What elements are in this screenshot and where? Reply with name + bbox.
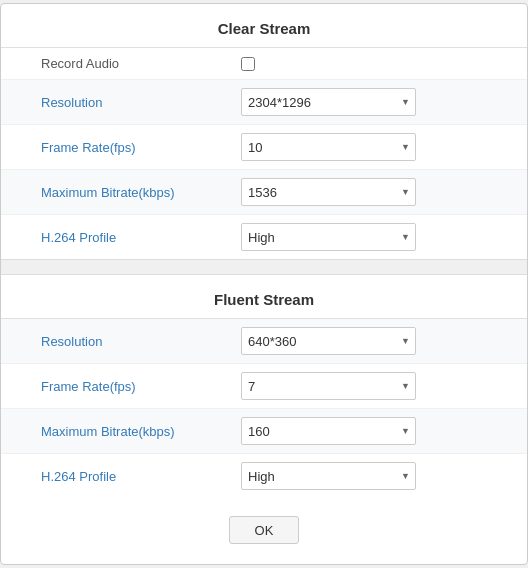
fluent-h264-label: H.264 Profile	[41, 469, 241, 484]
clear-h264-select[interactable]: High Main Baseline	[241, 223, 416, 251]
fluent-resolution-select[interactable]: 640*360 320*240 1280*720	[241, 327, 416, 355]
clear-bitrate-select[interactable]: 1536 2048 4096 8192	[241, 178, 416, 206]
clear-h264-label: H.264 Profile	[41, 230, 241, 245]
clear-h264-control: High Main Baseline	[241, 223, 487, 251]
fluent-bitrate-select[interactable]: 160 256 512 1024	[241, 417, 416, 445]
clear-framerate-control: 10 15 20 25 30	[241, 133, 487, 161]
record-audio-checkbox[interactable]	[241, 57, 255, 71]
fluent-framerate-row: Frame Rate(fps) 7 10 15 20 25	[1, 364, 527, 409]
clear-h264-row: H.264 Profile High Main Baseline	[1, 215, 527, 259]
ok-button[interactable]: OK	[229, 516, 299, 544]
record-audio-control	[241, 57, 487, 71]
clear-framerate-label: Frame Rate(fps)	[41, 140, 241, 155]
record-audio-label: Record Audio	[41, 56, 241, 71]
section-separator	[1, 259, 527, 275]
fluent-bitrate-select-wrapper: 160 256 512 1024	[241, 417, 416, 445]
clear-resolution-control: 2304*1296 1920*1080 1280*720 640*480	[241, 88, 487, 116]
clear-bitrate-row: Maximum Bitrate(kbps) 1536 2048 4096 819…	[1, 170, 527, 215]
dialog: Clear Stream Record Audio Resolution 230…	[0, 3, 528, 565]
fluent-bitrate-row: Maximum Bitrate(kbps) 160 256 512 1024	[1, 409, 527, 454]
fluent-resolution-control: 640*360 320*240 1280*720	[241, 327, 487, 355]
clear-resolution-row: Resolution 2304*1296 1920*1080 1280*720 …	[1, 80, 527, 125]
fluent-framerate-select[interactable]: 7 10 15 20 25	[241, 372, 416, 400]
clear-framerate-select[interactable]: 10 15 20 25 30	[241, 133, 416, 161]
clear-resolution-select[interactable]: 2304*1296 1920*1080 1280*720 640*480	[241, 88, 416, 116]
clear-framerate-select-wrapper: 10 15 20 25 30	[241, 133, 416, 161]
clear-framerate-row: Frame Rate(fps) 10 15 20 25 30	[1, 125, 527, 170]
clear-resolution-select-wrapper: 2304*1296 1920*1080 1280*720 640*480	[241, 88, 416, 116]
fluent-resolution-select-wrapper: 640*360 320*240 1280*720	[241, 327, 416, 355]
fluent-h264-select-wrapper: High Main Baseline	[241, 462, 416, 490]
clear-h264-select-wrapper: High Main Baseline	[241, 223, 416, 251]
fluent-resolution-label: Resolution	[41, 334, 241, 349]
clear-bitrate-select-wrapper: 1536 2048 4096 8192	[241, 178, 416, 206]
fluent-h264-control: High Main Baseline	[241, 462, 487, 490]
record-audio-row: Record Audio	[1, 48, 527, 80]
fluent-framerate-select-wrapper: 7 10 15 20 25	[241, 372, 416, 400]
clear-bitrate-control: 1536 2048 4096 8192	[241, 178, 487, 206]
clear-bitrate-label: Maximum Bitrate(kbps)	[41, 185, 241, 200]
dialog-footer: OK	[1, 498, 527, 544]
fluent-h264-row: H.264 Profile High Main Baseline	[1, 454, 527, 498]
fluent-h264-select[interactable]: High Main Baseline	[241, 462, 416, 490]
fluent-bitrate-control: 160 256 512 1024	[241, 417, 487, 445]
fluent-resolution-row: Resolution 640*360 320*240 1280*720	[1, 319, 527, 364]
fluent-bitrate-label: Maximum Bitrate(kbps)	[41, 424, 241, 439]
fluent-framerate-label: Frame Rate(fps)	[41, 379, 241, 394]
fluent-stream-title: Fluent Stream	[1, 275, 527, 318]
fluent-framerate-control: 7 10 15 20 25	[241, 372, 487, 400]
clear-stream-section: Clear Stream Record Audio Resolution 230…	[1, 4, 527, 259]
clear-stream-title: Clear Stream	[1, 4, 527, 47]
clear-resolution-label: Resolution	[41, 95, 241, 110]
fluent-stream-section: Fluent Stream Resolution 640*360 320*240…	[1, 275, 527, 498]
